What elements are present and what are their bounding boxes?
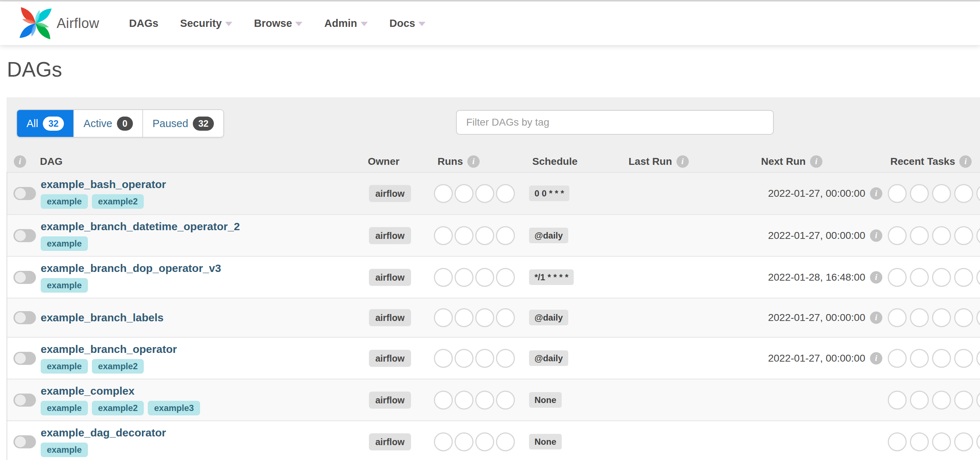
run-status-circle[interactable] [475, 184, 494, 203]
recent-task-circle[interactable] [888, 184, 907, 203]
recent-task-circle[interactable] [888, 349, 907, 368]
tab-all[interactable]: All 32 [17, 110, 73, 137]
dag-name-link[interactable]: example_bash_operator [41, 178, 166, 191]
dag-name-link[interactable]: example_dag_decorator [41, 427, 166, 439]
run-status-circle[interactable] [455, 184, 474, 203]
dag-name-link[interactable]: example_branch_dop_operator_v3 [41, 262, 221, 274]
recent-task-circle[interactable] [910, 308, 929, 327]
recent-task-circle[interactable] [910, 184, 929, 203]
recent-task-circle[interactable] [954, 349, 973, 368]
dag-name-link[interactable]: example_branch_labels [41, 312, 164, 324]
tab-paused[interactable]: Paused 32 [142, 110, 223, 137]
recent-task-circle[interactable] [976, 432, 980, 451]
recent-task-circle[interactable] [932, 268, 951, 287]
run-status-circle[interactable] [496, 391, 515, 409]
run-status-circle[interactable] [496, 308, 515, 327]
recent-task-circle[interactable] [910, 268, 929, 287]
recent-task-circle[interactable] [932, 432, 951, 451]
recent-task-circle[interactable] [976, 349, 980, 368]
recent-task-circle[interactable] [932, 184, 951, 203]
dag-tag-badge[interactable]: example [41, 359, 88, 374]
dag-tag-badge[interactable]: example [41, 278, 88, 293]
recent-task-circle[interactable] [888, 391, 907, 409]
run-status-circle[interactable] [455, 268, 474, 287]
recent-task-circle[interactable] [954, 308, 973, 327]
owner-badge[interactable]: airflow [369, 309, 411, 326]
run-status-circle[interactable] [475, 226, 494, 245]
col-header-dag[interactable]: DAG [40, 156, 62, 167]
run-status-circle[interactable] [434, 308, 453, 327]
recent-task-circle[interactable] [976, 308, 980, 327]
airflow-logo-icon[interactable] [19, 6, 52, 40]
run-status-circle[interactable] [455, 349, 474, 368]
nav-item-dags[interactable]: DAGs [129, 18, 159, 29]
dag-tag-badge[interactable]: example3 [148, 401, 200, 415]
run-status-circle[interactable] [455, 226, 474, 245]
dag-name-link[interactable]: example_branch_datetime_operator_2 [41, 220, 240, 233]
owner-badge[interactable]: airflow [369, 392, 411, 409]
filter-dags-by-tag-input[interactable] [456, 110, 774, 135]
run-status-circle[interactable] [475, 349, 494, 368]
run-status-circle[interactable] [475, 268, 494, 287]
run-status-circle[interactable] [496, 184, 515, 203]
recent-task-circle[interactable] [888, 432, 907, 451]
recent-task-circle[interactable] [976, 391, 980, 409]
brand-name[interactable]: Airflow [57, 16, 100, 31]
recent-task-circle[interactable] [910, 349, 929, 368]
run-status-circle[interactable] [434, 349, 453, 368]
tab-active[interactable]: Active 0 [73, 110, 142, 137]
recent-task-circle[interactable] [888, 226, 907, 245]
pause-toggle[interactable] [13, 393, 36, 407]
recent-task-circle[interactable] [910, 226, 929, 245]
run-status-circle[interactable] [434, 226, 453, 245]
pause-toggle[interactable] [13, 311, 36, 324]
owner-badge[interactable]: airflow [369, 433, 411, 450]
recent-task-circle[interactable] [954, 432, 973, 451]
pause-toggle[interactable] [13, 187, 36, 200]
recent-task-circle[interactable] [910, 432, 929, 451]
nav-item-docs[interactable]: Docs [390, 18, 426, 29]
run-status-circle[interactable] [475, 391, 494, 409]
dag-tag-badge[interactable]: example [41, 442, 88, 457]
run-status-circle[interactable] [496, 268, 515, 287]
owner-badge[interactable]: airflow [369, 269, 411, 286]
recent-task-circle[interactable] [976, 268, 980, 287]
recent-task-circle[interactable] [888, 268, 907, 287]
owner-badge[interactable]: airflow [369, 185, 411, 202]
owner-badge[interactable]: airflow [369, 227, 411, 244]
run-status-circle[interactable] [496, 432, 515, 451]
run-status-circle[interactable] [496, 349, 515, 368]
pause-toggle[interactable] [13, 229, 36, 242]
run-status-circle[interactable] [434, 184, 453, 203]
run-status-circle[interactable] [455, 391, 474, 409]
recent-task-circle[interactable] [976, 184, 980, 203]
dag-name-link[interactable]: example_branch_operator [41, 343, 177, 355]
nav-item-security[interactable]: Security [180, 18, 232, 29]
dag-tag-badge[interactable]: example [41, 236, 88, 251]
run-status-circle[interactable] [434, 432, 453, 451]
recent-task-circle[interactable] [976, 226, 980, 245]
nav-item-browse[interactable]: Browse [254, 18, 303, 29]
run-status-circle[interactable] [496, 226, 515, 245]
nav-item-admin[interactable]: Admin [324, 18, 368, 29]
pause-toggle[interactable] [13, 352, 36, 365]
run-status-circle[interactable] [434, 268, 453, 287]
recent-task-circle[interactable] [954, 226, 973, 245]
dag-tag-badge[interactable]: example2 [92, 401, 144, 415]
recent-task-circle[interactable] [932, 226, 951, 245]
recent-task-circle[interactable] [954, 184, 973, 203]
dag-tag-badge[interactable]: example [41, 401, 88, 415]
run-status-circle[interactable] [475, 432, 494, 451]
dag-name-link[interactable]: example_complex [41, 385, 200, 397]
recent-task-circle[interactable] [954, 391, 973, 409]
recent-task-circle[interactable] [888, 308, 907, 327]
pause-toggle[interactable] [13, 435, 36, 448]
run-status-circle[interactable] [475, 308, 494, 327]
recent-task-circle[interactable] [954, 268, 973, 287]
owner-badge[interactable]: airflow [369, 350, 411, 367]
recent-task-circle[interactable] [932, 349, 951, 368]
recent-task-circle[interactable] [932, 391, 951, 409]
run-status-circle[interactable] [455, 432, 474, 451]
dag-tag-badge[interactable]: example [41, 194, 88, 209]
run-status-circle[interactable] [434, 391, 453, 409]
